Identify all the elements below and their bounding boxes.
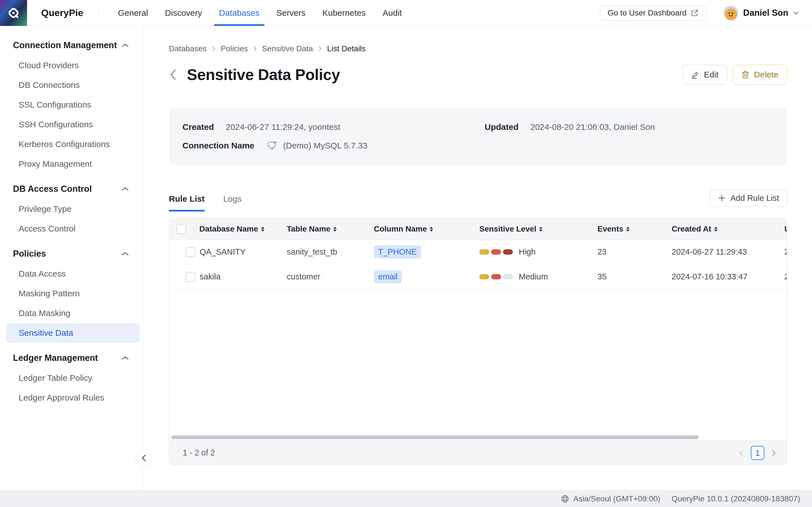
column-name-tag[interactable]: T_PHONE <box>374 245 421 259</box>
chevron-up-icon[interactable] <box>121 356 129 360</box>
top-nav: General Discovery Databases Servers Kube… <box>109 0 410 26</box>
table-row[interactable]: QA_SANITY sanity_test_tb T_PHONE High 23… <box>169 240 787 265</box>
column-header-database-name[interactable]: Database Name <box>195 223 277 235</box>
level-pill <box>479 249 489 255</box>
sidebar-item-data-access[interactable]: Data Access <box>6 264 140 284</box>
tabs-row: Rule List Logs Add Rule List <box>169 189 787 212</box>
sidebar-item-privilege-type[interactable]: Privilege Type <box>6 199 140 219</box>
column-header-events[interactable]: Events <box>588 223 662 235</box>
sort-icon[interactable] <box>430 227 433 231</box>
sidebar-item-ledger-table-policy[interactable]: Ledger Table Policy <box>6 368 140 388</box>
next-page-button[interactable] <box>772 449 776 457</box>
section-title: Connection Management <box>13 40 117 50</box>
cell-created-at: 2024-07-16 10:33:47 <box>663 272 775 281</box>
nav-kubernetes[interactable]: Kubernetes <box>317 0 371 26</box>
sidebar-item-access-control[interactable]: Access Control <box>6 219 140 238</box>
sidebar-collapse-button[interactable] <box>135 450 152 466</box>
querypie-logo[interactable] <box>0 0 27 26</box>
prev-page-button[interactable] <box>739 449 744 457</box>
sidebar-item-proxy-management[interactable]: Proxy Management <box>6 154 140 174</box>
column-header-sensitive-level[interactable]: Sensitive Level <box>470 223 588 235</box>
sidebar-item-ssl-configurations[interactable]: SSL Configurations <box>6 95 140 115</box>
page-number-button[interactable]: 1 <box>751 446 764 460</box>
cell-created-at: 2024-06-27 11:29:43 <box>663 247 775 257</box>
created-label: Created <box>183 122 214 132</box>
sidebar-item-sensitive-data[interactable]: Sensitive Data <box>6 323 140 343</box>
tab-rule-list[interactable]: Rule List <box>169 194 205 212</box>
sort-icon[interactable] <box>539 227 543 231</box>
page-title: Sensitive Data Policy <box>187 66 340 83</box>
nav-discovery[interactable]: Discovery <box>160 0 207 26</box>
sidebar-header-connection-management[interactable]: Connection Management <box>0 38 144 53</box>
column-header-created-at[interactable]: Created At <box>662 223 775 235</box>
section-title: Policies <box>13 249 46 259</box>
sort-icon[interactable] <box>714 227 718 231</box>
level-pill <box>491 249 501 255</box>
sidebar-item-ledger-approval-rules[interactable]: Ledger Approval Rules <box>6 388 140 407</box>
go-to-user-dashboard-button[interactable]: Go to User Dashboard <box>600 5 706 20</box>
breadcrumb-databases[interactable]: Databases <box>169 44 207 53</box>
sort-icon[interactable] <box>333 227 337 231</box>
table-row[interactable]: sakila customer email Medium 35 2024-07-… <box>169 265 787 289</box>
tab-logs[interactable]: Logs <box>223 194 242 212</box>
breadcrumb: Databases Policies Sensitive Data List D… <box>169 44 787 53</box>
back-button[interactable] <box>169 68 177 81</box>
horizontal-scrollbar[interactable] <box>171 436 699 439</box>
sidebar-item-data-masking[interactable]: Data Masking <box>6 303 140 323</box>
nav-servers[interactable]: Servers <box>271 0 310 26</box>
sidebar-section-connection-management: Connection Management Cloud Providers DB… <box>0 38 144 174</box>
sidebar-header-ledger-management[interactable]: Ledger Management <box>0 351 144 365</box>
sidebar-header-policies[interactable]: Policies <box>0 246 144 261</box>
sort-icon[interactable] <box>261 227 264 231</box>
user-name[interactable]: Daniel Son <box>743 8 788 18</box>
sidebar-header-db-access-control[interactable]: DB Access Control <box>0 182 144 196</box>
column-header-label: Database Name <box>199 224 258 233</box>
delete-button-label: Delete <box>754 70 778 79</box>
column-name-tag[interactable]: email <box>374 270 402 283</box>
top-bar: QueryPie General Discovery Databases Ser… <box>0 0 812 26</box>
delete-button[interactable]: Delete <box>733 65 787 84</box>
sidebar-section-policies: Policies Data Access Masking Pattern Dat… <box>0 246 144 343</box>
column-header-updated-at[interactable]: Updated At <box>775 223 787 235</box>
chevron-up-icon[interactable] <box>121 251 129 256</box>
sidebar-item-db-connections[interactable]: DB Connections <box>6 75 140 95</box>
connection-name-value: (Demo) MySQL 5.7.33 <box>283 141 367 151</box>
table-header-row: Database Name Table Name Column Name Sen… <box>169 219 787 240</box>
breadcrumb-sensitive-data[interactable]: Sensitive Data <box>262 44 313 53</box>
level-label: Medium <box>519 272 548 281</box>
cell-updated-at: 2 <box>775 247 787 257</box>
chevron-down-icon[interactable] <box>792 9 800 17</box>
nav-audit[interactable]: Audit <box>377 0 407 26</box>
nav-general[interactable]: General <box>113 0 153 26</box>
connection-name-label: Connection Name <box>183 141 254 151</box>
chevron-up-icon[interactable] <box>121 43 129 48</box>
footer-timezone[interactable]: Asia/Seoul (GMT+09:00) <box>573 494 660 503</box>
row-checkbox[interactable] <box>186 247 195 257</box>
nav-databases[interactable]: Databases <box>214 0 264 26</box>
avatar[interactable] <box>723 6 738 20</box>
level-pill <box>503 249 513 255</box>
column-header-label: Events <box>598 224 623 233</box>
column-header-table-name[interactable]: Table Name <box>277 223 364 235</box>
table-empty-area <box>169 289 787 440</box>
sidebar-item-cloud-providers[interactable]: Cloud Providers <box>6 55 140 75</box>
nav-divider <box>98 6 99 19</box>
created-value: 2024-06-27 11:29:24, yoontest <box>226 122 340 132</box>
column-header-column-name[interactable]: Column Name <box>364 223 470 235</box>
chevron-up-icon[interactable] <box>121 187 129 191</box>
cell-events: 23 <box>589 247 663 257</box>
sidebar-item-kerberos-configurations[interactable]: Kerberos Configurations <box>6 134 140 154</box>
sidebar-item-ssh-configurations[interactable]: SSH Configurations <box>6 115 140 134</box>
select-all-checkbox[interactable] <box>176 224 186 234</box>
sidebar-item-masking-pattern[interactable]: Masking Pattern <box>6 284 140 303</box>
row-checkbox[interactable] <box>186 272 195 282</box>
sort-icon[interactable] <box>626 227 629 231</box>
column-header-label: Sensitive Level <box>479 224 536 233</box>
breadcrumb-policies[interactable]: Policies <box>221 44 248 53</box>
topbar-right: Go to User Dashboard Daniel Son <box>600 5 812 20</box>
edit-button[interactable]: Edit <box>682 65 727 84</box>
level-label: High <box>519 247 536 257</box>
add-rule-list-button[interactable]: Add Rule List <box>710 189 788 207</box>
cell-events: 35 <box>589 272 663 281</box>
add-rule-list-label: Add Rule List <box>730 193 779 203</box>
